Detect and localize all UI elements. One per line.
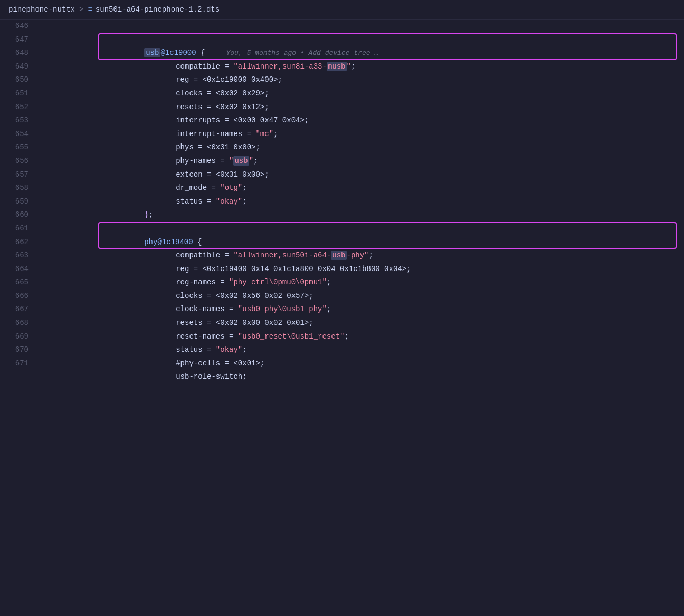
code-line-646 bbox=[37, 20, 684, 33]
line-671: 671 bbox=[0, 357, 37, 371]
code-line-669: status = "okay"; bbox=[37, 330, 684, 344]
code-line-663: reg = <0x1c19400 0x14 0x1c1a800 0x04 0x1… bbox=[37, 249, 684, 263]
breadcrumb-filename[interactable]: sun50i-a64-pinephone-1.2.dts bbox=[96, 5, 220, 14]
code-line-657: dr_mode = "otg"; bbox=[37, 168, 684, 182]
file-icon: ≡ bbox=[88, 5, 92, 14]
code-line-653: interrupt-names = "mc"; bbox=[37, 114, 684, 128]
code-line-650: clocks = <0x02 0x29>; bbox=[37, 73, 684, 87]
breadcrumb-file: ≡ sun50i-a64-pinephone-1.2.dts bbox=[88, 5, 220, 14]
code-line-658: status = "okay"; bbox=[37, 181, 684, 195]
code-line-656: extcon = <0x31 0x00>; bbox=[37, 155, 684, 168]
code-line-664: reg-names = "phy_ctrl\0pmu0\0pmu1"; bbox=[37, 263, 684, 276]
code-line-660 bbox=[37, 208, 684, 222]
line-654: 654 bbox=[0, 128, 37, 141]
line-664: 664 bbox=[0, 263, 37, 276]
line-653: 653 bbox=[0, 114, 37, 128]
code-line-661: phy@1c19400 { bbox=[37, 222, 684, 236]
code-line-670: #phy-cells = <0x01>; bbox=[37, 343, 684, 357]
line-663: 663 bbox=[0, 249, 37, 263]
line-665: 665 bbox=[0, 276, 37, 290]
line-666: 666 bbox=[0, 290, 37, 303]
line-669: 669 bbox=[0, 330, 37, 344]
line-670: 670 bbox=[0, 343, 37, 357]
line-648: 648 bbox=[0, 46, 37, 60]
line-657: 657 bbox=[0, 168, 37, 182]
code-line-662: compatible = "allwinner,sun50i-a64-usb-p… bbox=[37, 236, 684, 249]
code-line-647: usb@1c19000 {You, 5 months ago • Add dev… bbox=[37, 33, 684, 47]
code-line-667: resets = <0x02 0x00 0x02 0x01>; bbox=[37, 303, 684, 316]
code-line-648: compatible = "allwinner,sun8i-a33-musb"; bbox=[37, 46, 684, 60]
line-650: 650 bbox=[0, 73, 37, 87]
code-line-665: clocks = <0x02 0x56 0x02 0x57>; bbox=[37, 276, 684, 290]
line-655: 655 bbox=[0, 141, 37, 155]
line-652: 652 bbox=[0, 101, 37, 114]
line-668: 668 bbox=[0, 316, 37, 330]
code-line-655: phy-names = "usb"; bbox=[37, 141, 684, 155]
line-647: 647 bbox=[0, 33, 37, 47]
code-line-668: reset-names = "usb0_reset\0usb1_reset"; bbox=[37, 316, 684, 330]
line-658: 658 bbox=[0, 181, 37, 195]
line-numbers: 646 647 648 649 650 651 652 653 654 655 … bbox=[0, 20, 37, 616]
line-661: 661 bbox=[0, 222, 37, 236]
breadcrumb-sep1: > bbox=[79, 5, 83, 14]
breadcrumb-repo[interactable]: pinephone-nuttx bbox=[8, 5, 75, 14]
breadcrumb-bar: pinephone-nuttx > ≡ sun50i-a64-pinephone… bbox=[0, 0, 684, 20]
code-line-666: clock-names = "usb0_phy\0usb1_phy"; bbox=[37, 290, 684, 303]
line-659: 659 bbox=[0, 195, 37, 209]
line-656: 656 bbox=[0, 155, 37, 168]
line-651: 651 bbox=[0, 87, 37, 101]
line-649: 649 bbox=[0, 60, 37, 74]
code-area: 646 647 648 649 650 651 652 653 654 655 … bbox=[0, 20, 684, 616]
line-660: 660 bbox=[0, 208, 37, 222]
code-content[interactable]: usb@1c19000 {You, 5 months ago • Add dev… bbox=[37, 20, 684, 616]
code-line-671: usb-role-switch; bbox=[37, 357, 684, 371]
code-line-651: resets = <0x02 0x12>; bbox=[37, 87, 684, 101]
line-667: 667 bbox=[0, 303, 37, 316]
code-line-654: phys = <0x31 0x00>; bbox=[37, 128, 684, 141]
code-line-649: reg = <0x1c19000 0x400>; bbox=[37, 60, 684, 74]
code-line-652: interrupts = <0x00 0x47 0x04>; bbox=[37, 101, 684, 114]
line-646: 646 bbox=[0, 20, 37, 33]
line-662: 662 bbox=[0, 236, 37, 249]
editor-container: pinephone-nuttx > ≡ sun50i-a64-pinephone… bbox=[0, 0, 684, 616]
code-line-659: }; bbox=[37, 195, 684, 209]
